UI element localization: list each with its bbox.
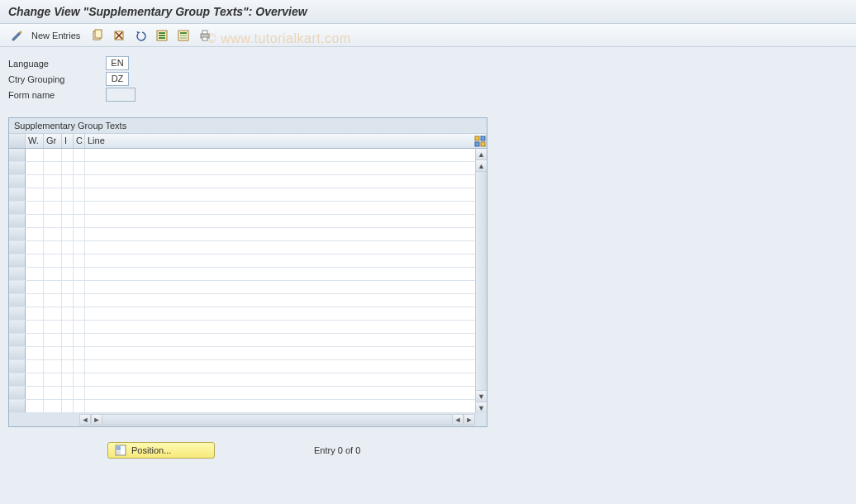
cell-line[interactable] [85,387,475,399]
cell-gr[interactable] [44,373,62,386]
cell-gr[interactable] [44,149,62,161]
cell-i[interactable] [62,334,74,346]
row-selector[interactable] [9,281,26,293]
cell-c[interactable] [74,228,85,240]
cell-i[interactable] [62,281,74,293]
cell-w[interactable] [26,360,44,373]
column-line[interactable]: Line [85,134,472,148]
scroll-right-icon[interactable]: ► [464,414,475,426]
row-selector[interactable] [9,202,26,214]
cell-line[interactable] [85,334,475,346]
cell-i[interactable] [62,202,74,214]
cell-line[interactable] [85,307,475,320]
row-selector[interactable] [9,334,26,346]
cell-w[interactable] [26,241,44,254]
cell-gr[interactable] [44,202,62,214]
cell-line[interactable] [85,241,475,254]
cell-i[interactable] [62,268,74,280]
cell-w[interactable] [26,215,44,227]
cell-line[interactable] [85,228,475,240]
cell-w[interactable] [26,175,44,188]
row-selector[interactable] [9,347,26,359]
cell-gr[interactable] [44,188,62,201]
language-field[interactable]: EN [106,56,129,70]
scroll-left-step-icon[interactable]: ► [91,414,102,426]
cell-gr[interactable] [44,241,62,254]
cell-gr[interactable] [44,175,62,188]
row-selector[interactable] [9,149,26,161]
undo-icon[interactable] [131,27,150,44]
print-icon[interactable] [196,27,214,44]
cell-c[interactable] [74,175,85,188]
cell-w[interactable] [26,254,44,267]
cell-c[interactable] [74,294,85,307]
cell-gr[interactable] [44,321,62,333]
cell-line[interactable] [85,188,475,201]
cell-c[interactable] [74,215,85,227]
cell-c[interactable] [74,281,85,293]
toggle-change-icon[interactable] [8,27,26,44]
scroll-down-icon[interactable]: ▼ [476,402,487,413]
cell-gr[interactable] [44,215,62,227]
row-selector[interactable] [9,241,26,254]
row-selector[interactable] [9,254,26,267]
cell-w[interactable] [26,162,44,174]
cell-w[interactable] [26,321,44,333]
row-selector[interactable] [9,307,26,320]
cell-i[interactable] [62,373,74,386]
table-settings-icon[interactable] [472,134,487,148]
cell-gr[interactable] [44,307,62,320]
column-select-all[interactable] [9,134,26,148]
cell-line[interactable] [85,347,475,359]
cell-w[interactable] [26,307,44,320]
cell-line[interactable] [85,360,475,373]
scroll-right-step-icon[interactable]: ◄ [452,414,464,426]
cell-w[interactable] [26,149,44,161]
row-selector[interactable] [9,294,26,307]
cell-c[interactable] [74,254,85,267]
cell-line[interactable] [85,373,475,386]
cell-c[interactable] [74,162,85,174]
cell-c[interactable] [74,202,85,214]
new-entries-button[interactable]: New Entries [31,31,80,40]
row-selector[interactable] [9,215,26,227]
cell-i[interactable] [62,254,74,267]
cell-i[interactable] [62,400,74,412]
row-selector[interactable] [9,228,26,240]
cell-gr[interactable] [44,334,62,346]
cell-i[interactable] [62,241,74,254]
scroll-left-icon[interactable]: ◄ [79,414,91,426]
cell-i[interactable] [62,188,74,201]
cell-w[interactable] [26,188,44,201]
row-selector[interactable] [9,188,26,201]
cell-c[interactable] [74,268,85,280]
cell-w[interactable] [26,294,44,307]
cell-c[interactable] [74,400,85,412]
cell-gr[interactable] [44,360,62,373]
cell-w[interactable] [26,334,44,346]
cell-c[interactable] [74,347,85,359]
cell-c[interactable] [74,373,85,386]
cell-w[interactable] [26,228,44,240]
row-selector[interactable] [9,175,26,188]
deselect-all-icon[interactable] [174,27,193,44]
cell-gr[interactable] [44,268,62,280]
cell-line[interactable] [85,175,475,188]
cell-line[interactable] [85,400,475,412]
cell-c[interactable] [74,360,85,373]
cell-c[interactable] [74,307,85,320]
cell-gr[interactable] [44,254,62,267]
cell-w[interactable] [26,400,44,412]
cell-line[interactable] [85,202,475,214]
cell-w[interactable] [26,373,44,386]
scroll-down-step-icon[interactable]: ▼ [476,390,487,402]
copy-icon[interactable] [88,27,107,44]
row-selector[interactable] [9,373,26,386]
cell-i[interactable] [62,321,74,333]
column-w[interactable]: W. [26,134,44,148]
scroll-up-icon[interactable]: ▲ [476,149,487,160]
horizontal-scrollbar[interactable]: ◄ ► ◄ ► [9,413,487,426]
select-all-icon[interactable] [153,27,171,44]
cell-i[interactable] [62,149,74,161]
form-name-field[interactable] [106,88,136,102]
